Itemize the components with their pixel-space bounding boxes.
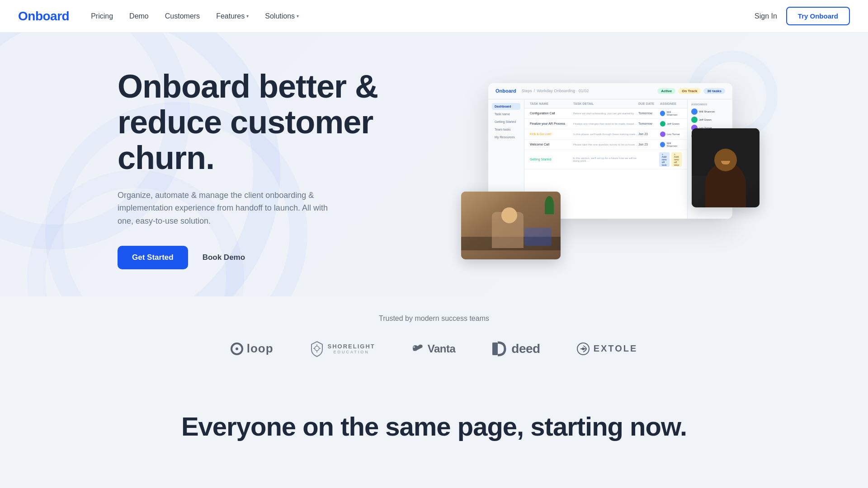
svg-rect-6	[492, 343, 498, 355]
hero-image-area: Onboard Steps / Workday Onboarding · 01/…	[416, 83, 787, 255]
sign-in-button[interactable]: Sign In	[755, 12, 777, 20]
nav-logo[interactable]: Onboard	[18, 9, 69, 23]
bottom-cta-section: Everyone on the same page, starting now.	[0, 384, 868, 478]
hero-buttons: Get Started Book Demo	[118, 246, 389, 269]
nav-right: Sign In Try Onboard	[755, 7, 850, 25]
hero-content: Onboard better & reduce customer churn. …	[118, 69, 389, 269]
mockup-breadcrumb: Steps / Workday Onboarding · 01/02	[522, 89, 589, 93]
book-demo-link[interactable]: Book Demo	[203, 253, 245, 262]
deed-logo: deed	[491, 341, 540, 357]
logos-row: loop SHORELIGHT EDUCATION	[0, 341, 868, 357]
extole-icon	[576, 342, 590, 356]
get-started-button[interactable]: Get Started	[118, 246, 188, 269]
mockup-table-row: Welcome Call Please take this one questi…	[524, 140, 687, 150]
mockup-header: Onboard Steps / Workday Onboarding · 01/…	[488, 83, 732, 99]
extole-logo: EXTOLE	[576, 342, 638, 356]
mockup-sidebar-dashboard: Dashboard	[492, 103, 520, 110]
solutions-chevron-icon: ▾	[297, 14, 299, 19]
mockup-badges: Active On Track 30 tasks	[657, 88, 725, 94]
shorelight-shield-icon	[310, 341, 324, 357]
svg-point-0	[315, 346, 319, 351]
nav-link-pricing[interactable]: Pricing	[91, 12, 113, 20]
vanta-bird-icon	[411, 343, 424, 355]
video-thumbnail-1	[461, 192, 561, 259]
svg-point-8	[582, 347, 585, 350]
nav-link-customers[interactable]: Customers	[165, 12, 200, 20]
try-onboard-button[interactable]: Try Onboard	[786, 7, 850, 25]
mockup-table-row: Getting Started In this section, we'll s…	[524, 150, 687, 169]
loop-logo: loop	[231, 342, 274, 356]
svg-point-5	[413, 346, 415, 347]
trusted-label: Trusted by modern success teams	[0, 314, 868, 323]
navbar: Onboard Pricing Demo Customers Features …	[0, 0, 868, 33]
video-thumbnail-2	[692, 128, 760, 207]
vanta-logo: Vanta	[411, 343, 456, 355]
mockup-logo: Onboard	[495, 88, 516, 94]
nav-link-features[interactable]: Features ▾	[216, 12, 249, 20]
mockup-container: Onboard Steps / Workday Onboarding · 01/…	[461, 83, 741, 255]
mockup-table-row: Finalize your AR Process Finalize any ch…	[524, 119, 687, 129]
features-chevron-icon: ▾	[246, 14, 249, 19]
deed-d-icon	[491, 341, 508, 357]
shorelight-logo: SHORELIGHT EDUCATION	[310, 341, 375, 357]
mockup-table-row: Kick & Go Live! In this phase, we'll wal…	[524, 129, 687, 140]
trusted-section: Trusted by modern success teams loop	[0, 296, 868, 384]
mockup-sidebar-resources: My Resources	[492, 134, 520, 141]
hero-title: Onboard better & reduce customer churn.	[118, 69, 389, 176]
nav-links: Pricing Demo Customers Features ▾ Soluti…	[91, 12, 755, 20]
loop-circle-icon	[231, 343, 243, 355]
mockup-sidebar-getting-started: Getting Started	[492, 118, 520, 125]
hero-section: Onboard better & reduce customer churn. …	[0, 33, 868, 296]
mockup-sidebar-task: Task name	[492, 111, 520, 117]
mockup-sidebar-team-tasks: Team tasks	[492, 126, 520, 133]
bottom-cta-title: Everyone on the same page, starting now.	[0, 411, 868, 441]
nav-link-solutions[interactable]: Solutions ▾	[265, 12, 299, 20]
mockup-table-header: Task name Task detail Due date Assignee	[524, 99, 687, 108]
hero-subtitle: Organize, automate & manage the client o…	[118, 189, 335, 228]
mockup-table-row: Configuration Call Before we start onboa…	[524, 108, 687, 119]
nav-link-demo[interactable]: Demo	[129, 12, 149, 20]
